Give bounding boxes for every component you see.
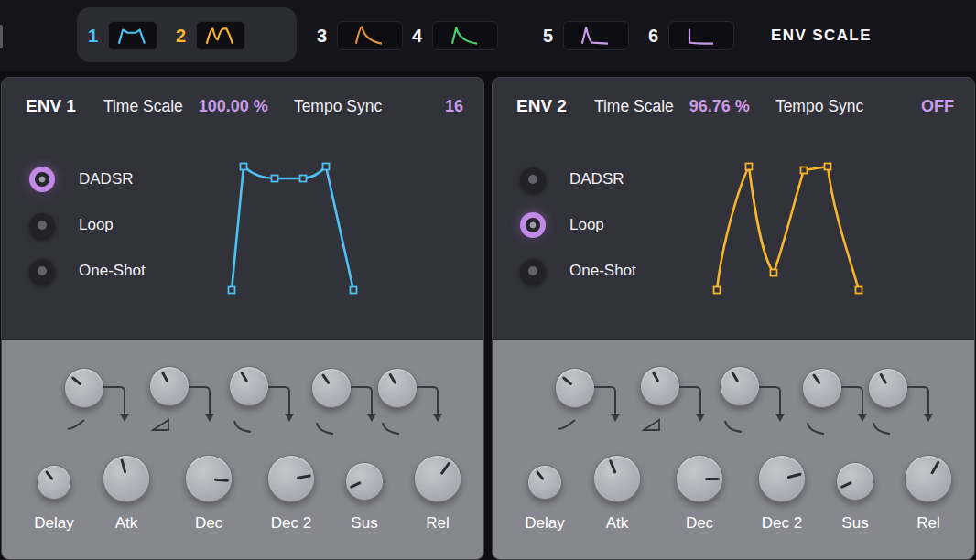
time-scale-label: Time Scale <box>103 97 183 116</box>
decay-label: Dec <box>658 514 741 533</box>
envelope-handle[interactable] <box>771 270 777 276</box>
env-2-curve-icon <box>196 21 245 50</box>
envelope-handle[interactable] <box>801 167 808 174</box>
time-scale-value[interactable]: 100.00 % <box>199 97 268 116</box>
ramp-shape-icon <box>642 417 662 432</box>
curve-shape-icon <box>723 419 743 434</box>
env-5-curve-icon <box>563 21 629 50</box>
env-3-curve-icon <box>337 21 403 50</box>
panel-title: ENV 2 <box>516 96 567 116</box>
tab-env-5[interactable]: 5 <box>543 13 629 59</box>
envelope-handle[interactable] <box>856 287 862 294</box>
curve-shape-icon <box>872 421 892 436</box>
curve-shape-icon <box>806 421 826 436</box>
tab-env-6[interactable]: 6 <box>648 13 734 59</box>
envelope-handle[interactable] <box>272 176 278 182</box>
dadsr-radio-button[interactable] <box>520 167 546 192</box>
tab-env-3[interactable]: 3 <box>317 13 403 59</box>
stage-arrow-icon <box>103 379 132 426</box>
stage-arrow-icon <box>267 379 297 426</box>
release-label: Rel <box>396 514 479 533</box>
tab-number: 2 <box>176 27 186 45</box>
delay-label: Delay <box>13 514 95 533</box>
decay-knob[interactable] <box>185 455 233 502</box>
power-knob-2[interactable] <box>149 366 190 406</box>
curve-shape-icon <box>233 419 253 434</box>
power-knob-1[interactable] <box>555 368 595 408</box>
radio-label: DADSR <box>569 170 624 188</box>
loop-radio-button[interactable] <box>520 212 546 238</box>
tab-number: 3 <box>317 27 327 45</box>
envelope-handle[interactable] <box>714 287 721 294</box>
curve-shape-icon <box>381 421 401 436</box>
release-knob[interactable] <box>414 455 461 502</box>
stage-arrow-icon <box>906 379 936 426</box>
tab-number: 6 <box>648 27 658 45</box>
decay2-label: Dec 2 <box>741 514 823 533</box>
sustain-label: Sus <box>323 514 406 533</box>
stage-arrow-icon <box>593 379 623 426</box>
attack-knob[interactable] <box>103 455 150 502</box>
env-1-curve-icon <box>108 21 157 50</box>
envelope-handle[interactable] <box>241 164 247 170</box>
radio-dadsr[interactable]: DADSR <box>520 167 624 192</box>
decay-knob[interactable] <box>676 455 723 502</box>
envelope-handle[interactable] <box>229 287 235 294</box>
power-knob-5[interactable] <box>377 368 418 408</box>
sustain-knob[interactable] <box>345 462 384 501</box>
decay2-knob[interactable] <box>267 455 315 502</box>
decay2-knob[interactable] <box>758 455 806 502</box>
release-knob[interactable] <box>905 455 952 502</box>
envelope-handle[interactable] <box>746 164 753 170</box>
attack-label: Atk <box>85 514 168 533</box>
envelope-handle[interactable] <box>825 164 831 170</box>
delay-knob[interactable] <box>37 465 71 500</box>
tab-number: 1 <box>88 27 98 45</box>
tempo-sync-label: Tempo Sync <box>775 97 863 116</box>
left-edge-marker <box>0 25 3 48</box>
tempo-sync-value[interactable]: 16 <box>445 97 463 116</box>
tab-env-1[interactable]: 1 <box>88 13 157 59</box>
tab-env-2[interactable]: 2 <box>176 13 245 59</box>
power-knob-1[interactable] <box>64 368 104 408</box>
env-2-envelope-editor[interactable] <box>706 153 887 310</box>
dadsr-radio-button[interactable] <box>29 167 55 192</box>
delay-knob[interactable] <box>527 465 562 500</box>
power-knob-3[interactable] <box>720 366 760 406</box>
time-scale-value[interactable]: 96.76 % <box>689 97 750 116</box>
envelope-handle[interactable] <box>351 287 357 294</box>
sustain-label: Sus <box>814 514 896 533</box>
time-scale-label: Time Scale <box>594 97 674 116</box>
env-4-curve-icon <box>432 21 498 50</box>
sustain-knob[interactable] <box>836 462 874 501</box>
radio-label: One-Shot <box>79 262 146 280</box>
one-shot-radio-button[interactable] <box>29 258 55 284</box>
env-1-envelope-editor[interactable] <box>215 153 396 310</box>
tab-env-4[interactable]: 4 <box>412 13 498 59</box>
radio-loop[interactable]: Loop <box>29 212 114 238</box>
radio-dadsr[interactable]: DADSR <box>29 167 134 192</box>
curve-shape-icon <box>315 421 335 436</box>
power-knob-4[interactable] <box>802 368 842 408</box>
power-knob-4[interactable] <box>311 368 352 408</box>
radio-one-shot[interactable]: One-Shot <box>29 258 146 284</box>
radio-loop[interactable]: Loop <box>520 212 604 238</box>
envelope-curve <box>717 167 859 290</box>
env-scale-label[interactable]: ENV SCALE <box>771 0 872 71</box>
panel-title: ENV 1 <box>26 96 76 116</box>
envelope-handle[interactable] <box>300 176 307 182</box>
attack-label: Atk <box>576 514 658 533</box>
delay-label: Delay <box>504 514 586 533</box>
envelope-handle[interactable] <box>323 164 330 170</box>
one-shot-radio-button[interactable] <box>520 258 546 284</box>
tempo-sync-value[interactable]: OFF <box>921 97 954 116</box>
attack-knob[interactable] <box>593 455 641 502</box>
power-knob-2[interactable] <box>640 366 680 406</box>
tempo-sync-label: Tempo Sync <box>294 97 382 116</box>
loop-radio-button[interactable] <box>29 212 55 238</box>
stage-arrow-icon <box>758 379 787 426</box>
radio-one-shot[interactable]: One-Shot <box>520 258 636 284</box>
curve-shape-icon <box>66 417 86 432</box>
power-knob-3[interactable] <box>229 366 269 406</box>
power-knob-5[interactable] <box>868 368 908 408</box>
